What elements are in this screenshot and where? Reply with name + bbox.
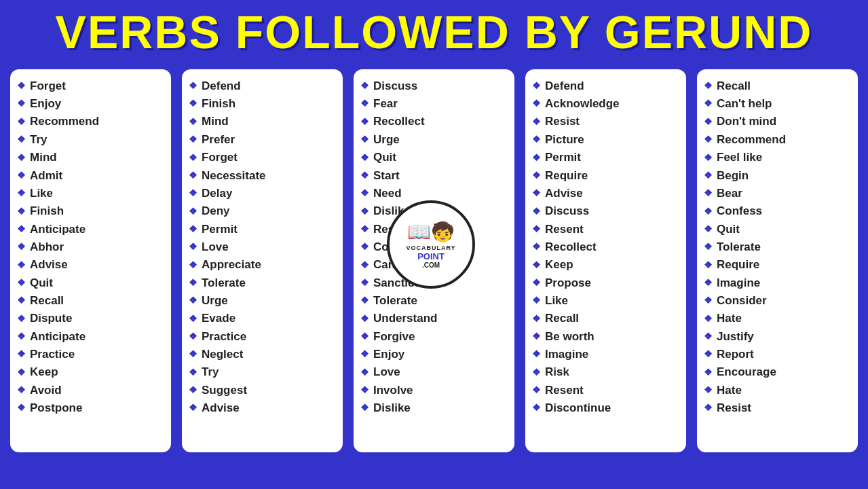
list-item: ❖Tolerate (360, 292, 508, 310)
diamond-icon: ❖ (704, 115, 713, 130)
list-item: ❖Can't help (704, 95, 851, 113)
logo-line2: POINT (417, 251, 445, 261)
diamond-icon: ❖ (704, 276, 713, 291)
word-label: Dispute (30, 310, 72, 327)
list-item: ❖Evade (189, 310, 336, 327)
diamond-icon: ❖ (17, 312, 26, 327)
word-label: Report (717, 346, 754, 363)
diamond-icon: ❖ (189, 365, 197, 380)
word-label: Hate (717, 382, 742, 399)
word-label: Recommend (717, 131, 786, 149)
list-item: ❖Defend (532, 77, 679, 95)
word-label: Forget (30, 77, 66, 95)
word-label: Recommend (30, 113, 99, 130)
word-label: Forget (202, 149, 238, 166)
diamond-icon: ❖ (17, 329, 26, 344)
word-label: Advise (202, 399, 240, 417)
diamond-icon: ❖ (17, 258, 26, 273)
list-item: ❖Dispute (17, 310, 164, 327)
diamond-icon: ❖ (704, 96, 713, 111)
diamond-icon: ❖ (704, 204, 713, 219)
diamond-icon: ❖ (360, 204, 369, 219)
list-item: ❖Discuss (532, 202, 679, 220)
word-label: Urge (202, 292, 228, 310)
list-item: ❖Report (704, 346, 851, 363)
diamond-icon: ❖ (704, 293, 713, 308)
list-item: ❖Quit (17, 274, 164, 292)
diamond-icon: ❖ (189, 96, 197, 111)
list-item: ❖Recall (532, 310, 679, 327)
diamond-icon: ❖ (189, 401, 197, 416)
word-label: Love (202, 238, 229, 256)
list-item: ❖Understand (360, 310, 508, 327)
list-item: ❖Mind (17, 149, 164, 166)
word-label: Propose (545, 274, 591, 292)
diamond-icon: ❖ (17, 151, 26, 166)
diamond-icon: ❖ (532, 222, 541, 237)
diamond-icon: ❖ (17, 365, 26, 380)
list-item: ❖Anticipate (17, 221, 164, 238)
diamond-icon: ❖ (360, 258, 369, 273)
list-item: ❖Postpone (17, 399, 164, 417)
list-item: ❖Be worth (532, 328, 679, 346)
word-label: Anticipate (30, 328, 86, 346)
diamond-icon: ❖ (704, 347, 713, 362)
word-label: Advise (30, 256, 68, 274)
list-item: ❖Mind (189, 113, 336, 130)
word-label: Deny (202, 202, 230, 220)
diamond-icon: ❖ (17, 168, 26, 183)
list-item: ❖Necessitate (189, 167, 336, 185)
list-item: ❖Propose (532, 274, 679, 292)
word-label: Fear (373, 95, 398, 113)
diamond-icon: ❖ (189, 276, 197, 291)
diamond-icon: ❖ (189, 258, 197, 273)
list-item: ❖Imagine (532, 346, 679, 363)
list-item: ❖Require (532, 167, 679, 185)
logo-line1: VOCABULARY (406, 244, 455, 251)
list-item: ❖Like (532, 292, 679, 310)
list-item: ❖Prefer (189, 131, 336, 149)
list-item: ❖Dislike (360, 399, 508, 417)
word-label: Love (373, 363, 400, 381)
diamond-icon: ❖ (704, 79, 713, 94)
list-item: ❖Love (360, 363, 508, 381)
list-item: ❖Discontinue (532, 399, 679, 417)
list-item: ❖Consider (704, 292, 851, 310)
word-label: Mind (202, 113, 229, 130)
word-label: Advise (545, 185, 583, 202)
diamond-icon: ❖ (189, 312, 197, 327)
word-label: Involve (373, 382, 413, 399)
word-label: Imagine (545, 346, 588, 363)
diamond-icon: ❖ (360, 79, 369, 94)
diamond-icon: ❖ (189, 168, 197, 183)
word-card-5: ❖Recall❖Can't help❖Don't mind❖Recommend❖… (695, 67, 860, 454)
list-item: ❖Avoid (17, 382, 164, 399)
word-label: Resent (545, 382, 584, 399)
diamond-icon: ❖ (189, 132, 197, 147)
header: VERBS FOLLOWED BY GERUND (0, 0, 868, 67)
list-item: ❖Begin (704, 167, 851, 185)
diamond-icon: ❖ (189, 347, 197, 362)
diamond-icon: ❖ (704, 222, 713, 237)
diamond-icon: ❖ (17, 383, 26, 398)
list-item: ❖Confess (704, 202, 851, 220)
word-label: Discontinue (545, 399, 611, 417)
word-label: Necessitate (202, 167, 266, 185)
list-item: ❖Admit (17, 167, 164, 185)
word-label: Tolerate (717, 238, 761, 256)
list-item: ❖Recall (704, 77, 851, 95)
list-item: ❖Start (360, 167, 508, 185)
word-label: Prefer (202, 131, 235, 149)
diamond-icon: ❖ (704, 329, 713, 344)
word-label: Try (30, 131, 48, 149)
word-label: Mind (30, 149, 57, 166)
diamond-icon: ❖ (17, 96, 26, 111)
diamond-icon: ❖ (704, 132, 713, 147)
diamond-icon: ❖ (17, 401, 26, 416)
list-item: ❖Abhor (17, 238, 164, 256)
word-label: Tolerate (202, 274, 246, 292)
diamond-icon: ❖ (704, 168, 713, 183)
diamond-icon: ❖ (360, 383, 369, 398)
word-label: Enjoy (373, 346, 404, 363)
diamond-icon: ❖ (360, 329, 369, 344)
